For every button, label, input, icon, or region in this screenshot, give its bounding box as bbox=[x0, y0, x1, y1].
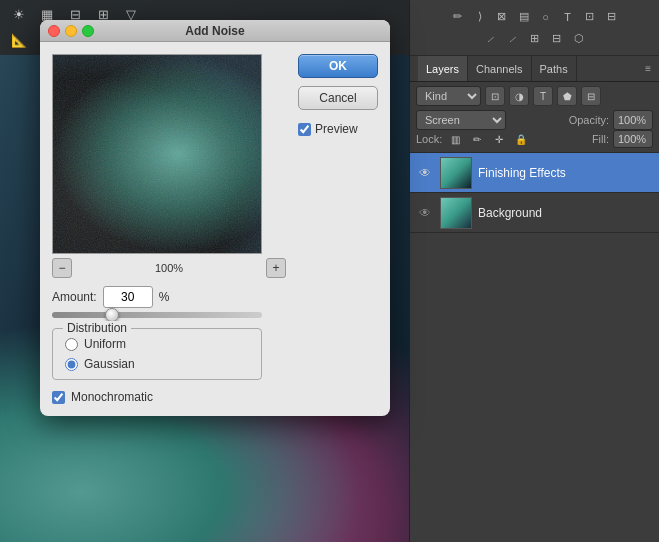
opacity-input[interactable] bbox=[613, 110, 653, 130]
remove-anchor-icon[interactable]: ⊟ bbox=[548, 30, 566, 48]
pen-icon[interactable]: ⟋ bbox=[482, 30, 500, 48]
preview-canvas bbox=[52, 54, 262, 254]
slider-thumb[interactable] bbox=[105, 308, 119, 322]
convert-icon[interactable]: ⬡ bbox=[570, 30, 588, 48]
add-noise-dialog: Add Noise − 100% + Amount: % bbox=[40, 20, 390, 416]
stamp-icon[interactable]: ⊠ bbox=[493, 8, 511, 26]
layer-thumb-background bbox=[440, 197, 472, 229]
gaussian-label: Gaussian bbox=[84, 357, 135, 371]
tab-paths[interactable]: Paths bbox=[532, 56, 577, 81]
distribution-legend: Distribution bbox=[63, 321, 131, 335]
opacity-label: Opacity: bbox=[569, 114, 609, 126]
wand-icon[interactable]: ⊟ bbox=[603, 8, 621, 26]
layer-item-finishing-effects[interactable]: 👁 Finishing Effects bbox=[410, 153, 659, 193]
tab-channels[interactable]: Channels bbox=[468, 56, 531, 81]
layers-list: 👁 Finishing Effects 👁 Background bbox=[410, 153, 659, 233]
monochromatic-row: Monochromatic bbox=[52, 390, 286, 404]
preview-checkbox[interactable] bbox=[298, 123, 311, 136]
gradient-icon[interactable]: ▤ bbox=[515, 8, 533, 26]
amount-unit: % bbox=[159, 290, 170, 304]
uniform-label: Uniform bbox=[84, 337, 126, 351]
ruler-icon[interactable]: 📐 bbox=[8, 30, 30, 52]
right-panel: ✏ ⟩ ⊠ ▤ ○ T ⊡ ⊟ ⟋ ⟋ ⊞ ⊟ ⬡ Layers Channel… bbox=[409, 0, 659, 542]
filter-smart-icon[interactable]: ⊟ bbox=[581, 86, 601, 106]
lock-transparent-icon[interactable]: ▥ bbox=[446, 130, 464, 148]
minimize-button[interactable] bbox=[65, 25, 77, 37]
monochromatic-label: Monochromatic bbox=[71, 390, 153, 404]
cancel-button[interactable]: Cancel bbox=[298, 86, 378, 110]
lock-label: Lock: bbox=[416, 133, 442, 145]
slider-track bbox=[52, 312, 262, 318]
layer-visibility-background[interactable]: 👁 bbox=[416, 204, 434, 222]
kind-row: Kind ⊡ ◑ T ⬟ ⊟ bbox=[416, 86, 653, 106]
gaussian-radio-row: Gaussian bbox=[65, 357, 249, 371]
blend-mode-select[interactable]: Screen bbox=[416, 110, 506, 130]
lock-pixels-icon[interactable]: ✏ bbox=[468, 130, 486, 148]
panel-toolbar-row1: ✏ ⟩ ⊠ ▤ ○ T ⊡ ⊟ bbox=[449, 8, 621, 26]
ok-button[interactable]: OK bbox=[298, 54, 378, 78]
layer-visibility-finishing-effects[interactable]: 👁 bbox=[416, 164, 434, 182]
preview-controls: − 100% + bbox=[52, 258, 286, 278]
path-icon[interactable]: ⟋ bbox=[504, 30, 522, 48]
fill-label: Fill: bbox=[592, 133, 609, 145]
panel-toolbar: ✏ ⟩ ⊠ ▤ ○ T ⊡ ⊟ ⟋ ⟋ ⊞ ⊟ ⬡ bbox=[410, 0, 659, 56]
layer-name-background: Background bbox=[478, 206, 653, 220]
lock-position-icon[interactable]: ✛ bbox=[490, 130, 508, 148]
tab-layers[interactable]: Layers bbox=[418, 56, 468, 81]
dialog-titlebar: Add Noise bbox=[40, 20, 390, 42]
close-button[interactable] bbox=[48, 25, 60, 37]
filter-pixel-icon[interactable]: ⊡ bbox=[485, 86, 505, 106]
layer-name-finishing-effects: Finishing Effects bbox=[478, 166, 653, 180]
monochromatic-checkbox[interactable] bbox=[52, 391, 65, 404]
type-icon[interactable]: T bbox=[559, 8, 577, 26]
lock-all-icon[interactable]: 🔒 bbox=[512, 130, 530, 148]
panel-toolbar-row2: ⟋ ⟋ ⊞ ⊟ ⬡ bbox=[482, 30, 588, 48]
filter-shape-icon[interactable]: ⬟ bbox=[557, 86, 577, 106]
layer-controls: Kind ⊡ ◑ T ⬟ ⊟ Screen Opacity: Lock: ▥ ✏… bbox=[410, 82, 659, 153]
pencil-icon[interactable]: ✏ bbox=[449, 8, 467, 26]
preview-label: Preview bbox=[315, 122, 358, 136]
uniform-radio-row: Uniform bbox=[65, 337, 249, 351]
zoom-out-button[interactable]: − bbox=[52, 258, 72, 278]
uniform-radio[interactable] bbox=[65, 338, 78, 351]
brush-icon[interactable]: ⟩ bbox=[471, 8, 489, 26]
amount-input[interactable] bbox=[103, 286, 153, 308]
traffic-lights bbox=[48, 25, 94, 37]
layer-thumb-finishing-effects bbox=[440, 157, 472, 189]
dialog-title: Add Noise bbox=[185, 24, 244, 38]
panel-menu-button[interactable]: ≡ bbox=[645, 63, 651, 74]
maximize-button[interactable] bbox=[82, 25, 94, 37]
brightness-icon[interactable]: ☀ bbox=[8, 4, 30, 26]
circle-icon[interactable]: ○ bbox=[537, 8, 555, 26]
dialog-right-section: OK Cancel Preview bbox=[298, 54, 378, 404]
zoom-in-button[interactable]: + bbox=[266, 258, 286, 278]
amount-label: Amount: bbox=[52, 290, 97, 304]
preview-canvas-inner bbox=[53, 55, 261, 253]
gaussian-radio[interactable] bbox=[65, 358, 78, 371]
filter-type-icon[interactable]: T bbox=[533, 86, 553, 106]
add-anchor-icon[interactable]: ⊞ bbox=[526, 30, 544, 48]
filter-adjust-icon[interactable]: ◑ bbox=[509, 86, 529, 106]
layer-item-background[interactable]: 👁 Background bbox=[410, 193, 659, 233]
dialog-body: − 100% + Amount: % Distribution bbox=[40, 42, 390, 416]
opacity-row: Screen Opacity: bbox=[416, 110, 653, 130]
amount-slider[interactable] bbox=[52, 312, 262, 318]
transform-icon[interactable]: ⊡ bbox=[581, 8, 599, 26]
dialog-left-section: − 100% + Amount: % Distribution bbox=[52, 54, 286, 404]
preview-row: Preview bbox=[298, 122, 378, 136]
layers-panel-header: Layers Channels Paths ≡ bbox=[410, 56, 659, 82]
zoom-value: 100% bbox=[155, 262, 183, 274]
distribution-group: Distribution Uniform Gaussian bbox=[52, 328, 262, 380]
lock-row: Lock: ▥ ✏ ✛ 🔒 Fill: bbox=[416, 130, 653, 148]
amount-row: Amount: % bbox=[52, 286, 286, 308]
fill-input[interactable] bbox=[613, 130, 653, 148]
kind-select[interactable]: Kind bbox=[416, 86, 481, 106]
